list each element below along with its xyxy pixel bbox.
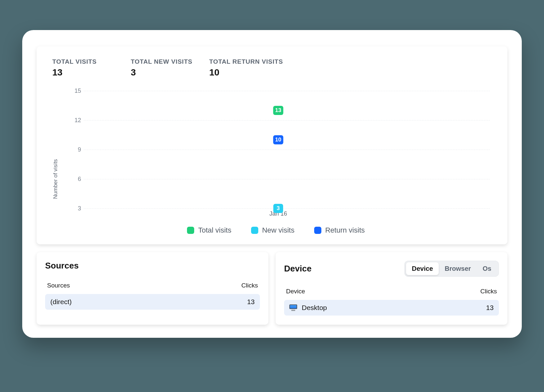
dashboard-frame: TOTAL VISITS 13 TOTAL NEW VISITS 3 TOTAL… (22, 30, 522, 338)
y-tick: 15 (67, 88, 81, 94)
sources-col-clicks: Clicks (241, 282, 258, 289)
chart-body: 3691215Jan 1613310 Total visitsNew visit… (59, 91, 493, 235)
y-tick: 3 (67, 205, 81, 212)
legend-swatch (187, 227, 194, 234)
lower-row: Sources Sources Clicks (direct) 13 Devic… (37, 252, 507, 325)
gridline (84, 150, 490, 150)
device-tab-device[interactable]: Device (406, 262, 439, 275)
sources-row[interactable]: (direct) 13 (45, 294, 260, 310)
stat-value: 13 (52, 67, 118, 78)
stat-row: TOTAL VISITS 13 TOTAL NEW VISITS 3 TOTAL… (51, 58, 493, 78)
device-row-label: Desktop (302, 304, 327, 312)
legend-item[interactable]: New visits (251, 226, 295, 235)
data-point[interactable]: 13 (273, 106, 283, 115)
legend-label: Total visits (198, 226, 231, 235)
monitor-icon (289, 304, 297, 311)
gridline (84, 91, 490, 91)
chart-area: Number of visits 3691215Jan 1613310 Tota… (51, 91, 493, 235)
device-tab-browser[interactable]: Browser (439, 262, 477, 275)
device-card: Device DeviceBrowserOs Device Clicks Des… (276, 252, 507, 325)
chart-plot[interactable]: 3691215Jan 1613310 (67, 91, 490, 208)
gridline (84, 208, 490, 209)
y-tick: 12 (67, 117, 81, 124)
y-axis-label: Number of visits (51, 91, 59, 235)
sources-row-label: (direct) (50, 298, 72, 306)
y-tick: 9 (67, 146, 81, 153)
device-col-clicks: Clicks (480, 288, 497, 295)
data-point[interactable]: 3 (273, 204, 283, 213)
stat-total-new-visits: TOTAL NEW VISITS 3 (131, 58, 196, 78)
device-tab-os[interactable]: Os (477, 262, 497, 275)
sources-title: Sources (45, 261, 79, 271)
stat-total-return-visits: TOTAL RETURN VISITS 10 (209, 58, 283, 78)
device-title: Device (284, 264, 312, 274)
sources-col-sources: Sources (47, 282, 70, 289)
sources-card: Sources Sources Clicks (direct) 13 (37, 252, 268, 325)
stat-label: TOTAL RETURN VISITS (209, 58, 283, 65)
legend-swatch (314, 227, 321, 234)
stat-value: 10 (209, 67, 283, 78)
gridline (84, 120, 490, 121)
legend-label: Return visits (325, 226, 365, 235)
device-row-value: 13 (486, 304, 494, 312)
legend-label: New visits (262, 226, 295, 235)
gridline (84, 179, 490, 179)
stat-total-visits: TOTAL VISITS 13 (52, 58, 118, 78)
sources-row-value: 13 (247, 298, 255, 306)
y-tick: 6 (67, 176, 81, 183)
stat-label: TOTAL NEW VISITS (131, 58, 196, 65)
device-row[interactable]: Desktop 13 (284, 300, 499, 316)
legend-item[interactable]: Return visits (314, 226, 365, 235)
chart-legend: Total visitsNew visitsReturn visits (59, 226, 493, 235)
data-point[interactable]: 10 (273, 135, 283, 144)
legend-item[interactable]: Total visits (187, 226, 231, 235)
device-tabs: DeviceBrowserOs (404, 261, 499, 277)
legend-swatch (251, 227, 258, 234)
stat-value: 3 (131, 67, 196, 78)
stat-label: TOTAL VISITS (52, 58, 118, 65)
visits-card: TOTAL VISITS 13 TOTAL NEW VISITS 3 TOTAL… (37, 46, 507, 244)
device-col-device: Device (286, 288, 305, 295)
